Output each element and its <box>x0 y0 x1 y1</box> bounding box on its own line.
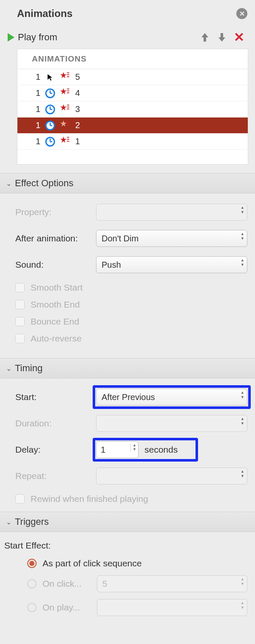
item-label: 2 <box>75 120 80 130</box>
property-dropdown: ▲▼ <box>96 204 247 221</box>
radio-icon <box>27 579 37 588</box>
delete-button[interactable]: ✕ <box>230 30 247 45</box>
section-title: Effect Options <box>15 178 74 189</box>
chevron-down-icon: ⌄ <box>6 364 11 372</box>
bounce-end-checkbox: Bounce End <box>15 316 247 327</box>
start-label: Start: <box>15 392 96 402</box>
order-number: 1 <box>34 137 40 146</box>
list-item[interactable]: 1 4 <box>17 85 248 101</box>
radio-on-play: On play... ▲▼ <box>4 599 247 616</box>
section-title: Triggers <box>15 516 49 527</box>
order-number: 1 <box>34 72 40 82</box>
start-dropdown[interactable]: After Previous▲▼ <box>96 389 247 406</box>
after-previous-icon <box>45 120 56 131</box>
duration-label: Duration: <box>15 418 96 428</box>
list-header: ANIMATIONS <box>17 49 248 69</box>
emphasis-icon <box>60 87 69 99</box>
timing-header[interactable]: ⌄ Timing <box>0 358 255 378</box>
list-item[interactable]: 1 3 <box>17 101 248 118</box>
animation-list: ANIMATIONS 1 5 1 4 1 <box>17 49 248 165</box>
radio-icon <box>27 559 37 568</box>
close-button[interactable]: ✕ <box>236 8 247 19</box>
radio-click-sequence[interactable]: As part of click sequence <box>4 558 247 568</box>
play-icon <box>8 33 14 42</box>
delay-unit: seconds <box>144 445 195 455</box>
triggers-header[interactable]: ⌄ Triggers <box>0 512 255 532</box>
item-label: 4 <box>75 88 80 98</box>
chevron-down-icon: ⌄ <box>6 179 11 188</box>
item-label: 1 <box>75 137 80 146</box>
property-label: Property: <box>15 207 96 217</box>
delay-input[interactable]: 1▲▼ <box>96 441 139 458</box>
effect-options-header[interactable]: ⌄ Effect Options <box>0 173 255 193</box>
after-previous-icon <box>45 88 56 99</box>
on-click-target-dropdown: 5▲▼ <box>97 575 247 592</box>
emphasis-icon <box>60 104 69 115</box>
smooth-end-checkbox: Smooth End <box>15 300 247 310</box>
repeat-dropdown: ▲▼ <box>96 468 247 484</box>
play-from-button[interactable]: Play from <box>8 32 57 43</box>
sound-label: Sound: <box>15 260 96 270</box>
emphasis-icon <box>60 136 69 147</box>
panel-title: Animations <box>17 8 73 20</box>
move-down-button[interactable] <box>213 32 230 42</box>
emphasis-icon <box>60 120 69 131</box>
list-item[interactable]: 1 5 <box>17 69 248 85</box>
item-label: 5 <box>75 72 80 82</box>
start-effect-label: Start Effect: <box>4 540 247 551</box>
radio-icon <box>27 603 37 612</box>
order-number: 1 <box>34 104 40 114</box>
list-item[interactable]: 1 1 <box>17 134 248 150</box>
emphasis-icon <box>60 71 69 83</box>
repeat-label: Repeat: <box>15 471 96 481</box>
after-previous-icon <box>45 104 56 115</box>
item-label: 3 <box>75 104 80 114</box>
section-title: Timing <box>15 363 42 374</box>
start-highlight: After Previous▲▼ <box>93 385 251 409</box>
sound-dropdown[interactable]: Push▲▼ <box>96 256 247 273</box>
after-previous-icon <box>45 136 56 147</box>
after-animation-dropdown[interactable]: Don't Dim▲▼ <box>96 230 247 247</box>
order-number: 1 <box>34 88 40 98</box>
play-from-label: Play from <box>18 32 57 43</box>
list-item[interactable]: 1 2 <box>17 118 248 134</box>
move-up-button[interactable] <box>196 32 213 42</box>
on-play-target-dropdown: ▲▼ <box>97 599 247 616</box>
delay-highlight: 1▲▼ seconds <box>93 438 198 462</box>
chevron-down-icon: ⌄ <box>6 518 11 526</box>
rewind-checkbox: Rewind when finished playing <box>15 494 247 504</box>
order-number: 1 <box>34 120 40 130</box>
duration-dropdown: ▲▼ <box>96 415 247 432</box>
delay-label: Delay: <box>15 445 96 455</box>
on-click-icon <box>45 72 56 83</box>
auto-reverse-checkbox: Auto-reverse <box>15 333 247 344</box>
radio-on-click[interactable]: On click... 5▲▼ <box>4 575 247 592</box>
after-animation-label: After animation: <box>15 233 96 244</box>
smooth-start-checkbox: Smooth Start <box>15 283 247 293</box>
